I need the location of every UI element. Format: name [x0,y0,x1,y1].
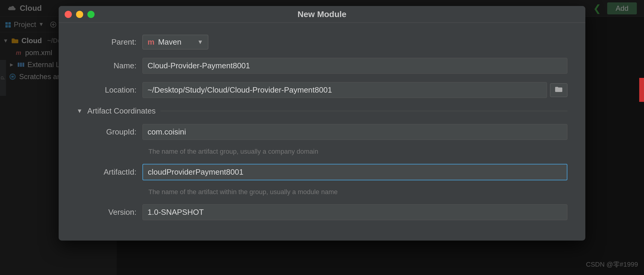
groupid-input-row: GroupId: [77,124,567,140]
minimize-button[interactable] [76,11,83,18]
artifactid-input[interactable] [142,164,567,180]
groupid-row: GroupId: The name of the artifact group,… [77,124,567,155]
location-input[interactable] [142,82,547,98]
groupid-hint: The name of the artifact group, usually … [142,148,318,155]
name-row: Name: [77,58,567,74]
version-label: Version: [77,208,136,217]
parent-row: Parent: m Maven ▼ [77,35,567,49]
right-edge-indicator [639,78,644,102]
parent-dropdown-arrow: ▼ [197,39,203,46]
dialog-controls [65,11,95,18]
section-collapse-arrow[interactable]: ▼ [77,108,83,114]
groupid-input[interactable] [142,124,567,140]
maximize-button[interactable] [87,11,95,18]
dialog-titlebar: New Module [59,6,585,23]
parent-dropdown[interactable]: m Maven ▼ [142,35,208,49]
maven-icon: m [148,37,154,47]
location-field-group [142,82,567,98]
artifact-section-header: ▼ Artifact Coordinates [77,106,567,116]
location-row: Location: [77,82,567,98]
parent-label: Parent: [77,37,136,47]
dialog-overlay: New Module Parent: m Maven ▼ Name: Locat… [0,0,644,275]
close-button[interactable] [65,11,72,18]
browse-button[interactable] [550,83,567,97]
name-input[interactable] [142,58,567,74]
artifactid-row: ArtifactId: The name of the artifact wit… [77,164,567,196]
watermark: CSDN @零#1999 [586,260,638,269]
groupid-label: GroupId: [77,127,136,137]
section-divider [160,111,567,111]
artifactid-input-row: ArtifactId: [77,164,567,180]
location-label: Location: [77,85,136,95]
dialog-title: New Module [297,10,346,19]
parent-value: Maven [158,37,181,47]
artifact-section-label: Artifact Coordinates [87,106,156,116]
artifactid-hint: The name of the artifact within the grou… [142,188,338,196]
artifactid-label: ArtifactId: [77,167,136,177]
name-label: Name: [77,61,136,70]
version-row: Version: [77,204,567,220]
dialog-body: Parent: m Maven ▼ Name: Location: [59,23,585,241]
new-module-dialog: New Module Parent: m Maven ▼ Name: Locat… [59,6,585,241]
version-input[interactable] [142,204,567,220]
